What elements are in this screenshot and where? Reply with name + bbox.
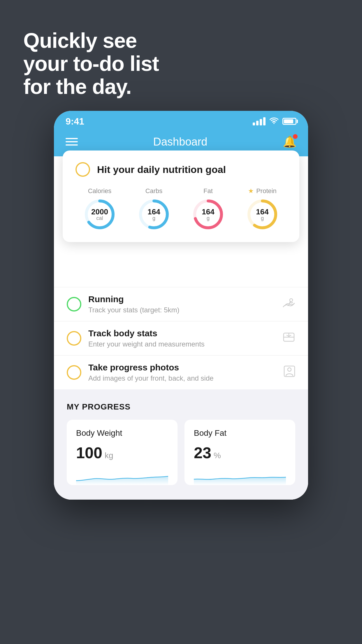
calories-unit: cal bbox=[91, 216, 108, 221]
phone-frame: 9:41 Dashboard 🔔 bbox=[54, 111, 308, 500]
calories-circle: 2000 cal bbox=[84, 198, 116, 230]
star-icon: ★ bbox=[248, 187, 254, 195]
nutrition-calories: Calories 2000 cal bbox=[84, 187, 116, 230]
fat-value: 164 bbox=[202, 208, 214, 216]
scale-icon bbox=[282, 331, 295, 346]
photos-title: Take progress photos bbox=[88, 363, 277, 372]
card-header: Hit your daily nutrition goal bbox=[75, 162, 287, 177]
hero-line3: for the day. bbox=[23, 75, 159, 98]
todo-item-body-stats[interactable]: Track body stats Enter your weight and m… bbox=[54, 321, 308, 355]
body-fat-number: 23 bbox=[194, 444, 211, 462]
notification-bell[interactable]: 🔔 bbox=[283, 135, 296, 148]
todo-item-running[interactable]: Running Track your stats (target: 5km) bbox=[54, 287, 308, 321]
carbs-label: Carbs bbox=[145, 187, 163, 195]
nutrition-card: Hit your daily nutrition goal Calories 2… bbox=[63, 150, 299, 242]
body-fat-card: Body Fat 23 % bbox=[184, 420, 295, 485]
nutrition-fat: Fat 164 g bbox=[192, 187, 224, 230]
battery-icon bbox=[282, 118, 296, 125]
photos-subtitle: Add images of your front, back, and side bbox=[88, 374, 277, 382]
main-content: THINGS TO DO TODAY Hit your daily nutrit… bbox=[54, 156, 308, 500]
protein-value: 164 bbox=[256, 208, 268, 216]
body-weight-value-row: 100 kg bbox=[76, 444, 168, 462]
hero-text: Quickly see your to-do list for the day. bbox=[23, 29, 159, 99]
running-subtitle: Track your stats (target: 5km) bbox=[88, 306, 275, 314]
protein-unit: g bbox=[256, 216, 268, 221]
status-bar: 9:41 bbox=[54, 111, 308, 130]
signal-icon bbox=[253, 117, 266, 125]
protein-label-star: ★ Protein bbox=[248, 187, 277, 195]
body-weight-sparkline bbox=[76, 468, 168, 485]
body-stats-info: Track body stats Enter your weight and m… bbox=[88, 328, 275, 348]
body-stats-title: Track body stats bbox=[88, 328, 275, 338]
running-icon bbox=[282, 298, 295, 311]
body-stats-subtitle: Enter your weight and measurements bbox=[88, 340, 275, 348]
person-icon bbox=[284, 365, 295, 380]
nutrition-row: Calories 2000 cal Carbs bbox=[75, 187, 287, 230]
body-fat-unit: % bbox=[214, 451, 221, 460]
wifi-icon bbox=[270, 117, 278, 126]
todo-item-photos[interactable]: Take progress photos Add images of your … bbox=[54, 355, 308, 389]
body-fat-sparkline bbox=[194, 468, 286, 485]
fat-unit: g bbox=[202, 216, 214, 221]
protein-circle: 164 g bbox=[246, 198, 278, 230]
body-fat-title: Body Fat bbox=[194, 428, 286, 438]
svg-point-13 bbox=[288, 368, 291, 371]
calories-value: 2000 bbox=[91, 208, 108, 216]
status-time: 9:41 bbox=[66, 116, 84, 127]
nutrition-protein: ★ Protein 164 g bbox=[246, 187, 278, 230]
carbs-unit: g bbox=[147, 216, 160, 221]
progress-section: MY PROGRESS Body Weight 100 kg bbox=[54, 389, 308, 500]
carbs-circle: 164 g bbox=[138, 198, 170, 230]
calories-label: Calories bbox=[88, 187, 112, 195]
card-title: Hit your daily nutrition goal bbox=[97, 164, 226, 175]
nutrition-checkbox[interactable] bbox=[75, 162, 90, 177]
status-icons bbox=[253, 117, 296, 126]
fat-label: Fat bbox=[203, 187, 213, 195]
app-title: Dashboard bbox=[153, 136, 208, 148]
fat-circle: 164 g bbox=[192, 198, 224, 230]
running-checkbox[interactable] bbox=[67, 297, 81, 312]
protein-label: Protein bbox=[256, 187, 277, 195]
body-weight-card: Body Weight 100 kg bbox=[67, 420, 178, 485]
progress-header: MY PROGRESS bbox=[67, 402, 295, 412]
body-weight-unit: kg bbox=[105, 451, 113, 460]
photos-info: Take progress photos Add images of your … bbox=[88, 363, 277, 382]
svg-point-8 bbox=[290, 299, 293, 302]
body-weight-title: Body Weight bbox=[76, 428, 168, 438]
running-info: Running Track your stats (target: 5km) bbox=[88, 294, 275, 314]
body-stats-checkbox[interactable] bbox=[67, 331, 81, 346]
hamburger-menu[interactable] bbox=[66, 138, 78, 146]
nutrition-carbs: Carbs 164 g bbox=[138, 187, 170, 230]
progress-cards: Body Weight 100 kg bbox=[67, 420, 295, 485]
photos-checkbox[interactable] bbox=[67, 365, 81, 380]
hero-line1: Quickly see bbox=[23, 29, 159, 52]
notification-dot bbox=[293, 134, 298, 139]
carbs-value: 164 bbox=[147, 208, 160, 216]
running-title: Running bbox=[88, 294, 275, 304]
body-weight-number: 100 bbox=[76, 444, 102, 462]
hero-line2: your to-do list bbox=[23, 52, 159, 75]
body-fat-value-row: 23 % bbox=[194, 444, 286, 462]
